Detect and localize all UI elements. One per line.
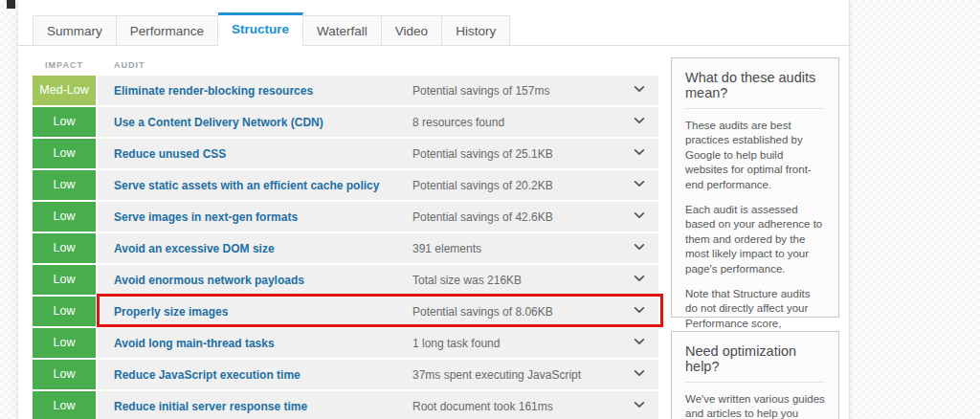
tab-waterfall[interactable]: Waterfall <box>303 15 382 46</box>
audit-row-expander[interactable]: Reduce JavaScript execution time 37ms sp… <box>98 360 658 389</box>
audit-title-link[interactable]: Avoid an excessive DOM size <box>98 242 412 255</box>
chevron-down-icon <box>633 303 646 320</box>
impact-badge: Low <box>33 360 96 389</box>
panel-divider <box>685 108 825 109</box>
impact-badge: Low <box>33 107 96 137</box>
table-row: Low Avoid long main-thread tasks 1 long … <box>33 328 658 358</box>
chevron-down-icon <box>633 240 646 256</box>
audit-detail: Root document took 161ms <box>412 400 553 413</box>
optimization-help-panel: Need optimization help? We've written va… <box>671 331 839 419</box>
audit-row-expander[interactable]: Avoid long main-thread tasks 1 long task… <box>98 328 658 358</box>
audit-title-link[interactable]: Reduce JavaScript execution time <box>98 368 412 382</box>
chevron-down-icon <box>633 209 646 225</box>
tab-video[interactable]: Video <box>382 15 442 46</box>
audit-row-expander[interactable]: Properly size images Potential savings o… <box>98 297 658 326</box>
column-header-audit: AUDIT <box>114 60 145 70</box>
chevron-down-icon <box>633 177 646 193</box>
expand-button[interactable] <box>627 81 658 99</box>
background-page-fragment <box>7 0 15 9</box>
audit-row-expander[interactable]: Avoid enormous network payloads Total si… <box>98 265 658 295</box>
audit-title-link[interactable]: Serve static assets with an efficient ca… <box>98 179 412 192</box>
audit-row-expander[interactable]: Reduce unused CSS Potential savings of 2… <box>98 139 658 168</box>
tab-performance[interactable]: Performance <box>117 15 218 46</box>
audit-title-link[interactable]: Avoid enormous network payloads <box>98 274 412 287</box>
audit-detail: 37ms spent executing JavaScript <box>412 368 581 382</box>
expand-button[interactable] <box>627 113 658 131</box>
table-row: Med-Low Eliminate render-blocking resour… <box>33 76 658 105</box>
audit-title-link[interactable]: Serve images in next-gen formats <box>98 210 412 224</box>
report-tabs: Summary Performance Structure Waterfall … <box>33 12 510 46</box>
table-row: Low Use a Content Delivery Network (CDN)… <box>33 107 658 137</box>
audit-row-expander[interactable]: Serve static assets with an efficient ca… <box>98 170 658 200</box>
audit-detail: Potential savings of 25.1KB <box>412 147 553 161</box>
impact-badge: Low <box>33 328 96 358</box>
panel-title: Need optimization help? <box>685 343 825 374</box>
table-row: Low Serve static assets with an efficien… <box>33 170 658 200</box>
chevron-down-icon <box>633 398 646 414</box>
expand-button[interactable] <box>627 271 658 289</box>
audit-detail: 1 long task found <box>412 337 500 350</box>
audit-title-link[interactable]: Reduce unused CSS <box>98 147 412 161</box>
audit-row-expander[interactable]: Eliminate render-blocking resources Pote… <box>98 76 658 105</box>
audit-detail: Potential savings of 20.2KB <box>412 179 553 192</box>
chevron-down-icon <box>633 145 646 162</box>
audit-detail: Potential savings of 42.6KB <box>412 210 553 224</box>
chevron-down-icon <box>633 82 646 99</box>
impact-badge: Low <box>33 265 96 295</box>
expand-button[interactable] <box>627 334 658 352</box>
panel-paragraph: Each audit is assessed based on your adh… <box>685 203 825 276</box>
impact-badge: Low <box>33 170 96 200</box>
audit-detail: Potential savings of 157ms <box>412 84 549 98</box>
expand-button[interactable] <box>627 302 658 320</box>
impact-badge: Low <box>33 297 96 326</box>
audit-title-link[interactable]: Use a Content Delivery Network (CDN) <box>98 116 412 129</box>
impact-badge: Low <box>33 391 96 419</box>
audit-title-link[interactable]: Eliminate render-blocking resources <box>98 84 412 98</box>
chevron-down-icon <box>633 335 646 351</box>
audit-table: Med-Low Eliminate render-blocking resour… <box>33 76 658 419</box>
impact-badge: Med-Low <box>33 76 96 105</box>
audit-detail: Total size was 216KB <box>412 274 522 287</box>
expand-button[interactable] <box>627 144 658 163</box>
panel-divider <box>685 382 825 383</box>
impact-badge: Low <box>33 233 96 263</box>
audits-info-panel: What do these audits mean? These audits … <box>671 57 839 318</box>
tab-history[interactable]: History <box>442 15 510 46</box>
panel-paragraph: These audits are best practices establis… <box>685 119 825 192</box>
audit-title-link[interactable]: Reduce initial server response time <box>98 400 412 413</box>
expand-button[interactable] <box>627 365 658 384</box>
panel-title: What do these audits mean? <box>685 70 825 100</box>
impact-badge: Low <box>33 139 96 168</box>
expand-button[interactable] <box>627 397 658 415</box>
audit-row-expander[interactable]: Use a Content Delivery Network (CDN) 8 r… <box>98 107 658 137</box>
expand-button[interactable] <box>627 239 658 257</box>
audit-detail: 391 elements <box>412 242 481 255</box>
column-header-impact: IMPACT <box>33 60 96 70</box>
chevron-down-icon <box>633 366 646 383</box>
audit-row-expander[interactable]: Serve images in next-gen formats Potenti… <box>98 202 658 232</box>
report-page: Summary Performance Structure Waterfall … <box>17 0 850 419</box>
impact-badge: Low <box>33 202 96 232</box>
table-row: Low Avoid an excessive DOM size 391 elem… <box>33 233 658 263</box>
audit-title-link[interactable]: Properly size images <box>98 305 412 319</box>
audit-detail: Potential savings of 8.06KB <box>412 305 553 319</box>
table-row: Low Reduce initial server response time … <box>33 391 658 419</box>
tab-structure[interactable]: Structure <box>218 12 303 46</box>
audit-detail: 8 resources found <box>412 116 504 129</box>
expand-button[interactable] <box>627 208 658 226</box>
table-row: Low Reduce JavaScript execution time 37m… <box>33 360 658 389</box>
chevron-down-icon <box>633 272 646 288</box>
expand-button[interactable] <box>627 176 658 194</box>
panel-paragraph: We've written various guides and article… <box>685 392 825 419</box>
audit-row-expander[interactable]: Reduce initial server response time Root… <box>98 391 658 419</box>
table-row: Low Reduce unused CSS Potential savings … <box>33 139 658 168</box>
audit-row-expander[interactable]: Avoid an excessive DOM size 391 elements <box>98 233 658 263</box>
table-row: Low Serve images in next-gen formats Pot… <box>33 202 658 232</box>
table-row-highlighted: Low Properly size images Potential savin… <box>33 297 658 326</box>
audit-title-link[interactable]: Avoid long main-thread tasks <box>98 337 412 350</box>
chevron-down-icon <box>633 114 646 130</box>
tab-summary[interactable]: Summary <box>33 15 117 46</box>
table-row: Low Avoid enormous network payloads Tota… <box>33 265 658 295</box>
